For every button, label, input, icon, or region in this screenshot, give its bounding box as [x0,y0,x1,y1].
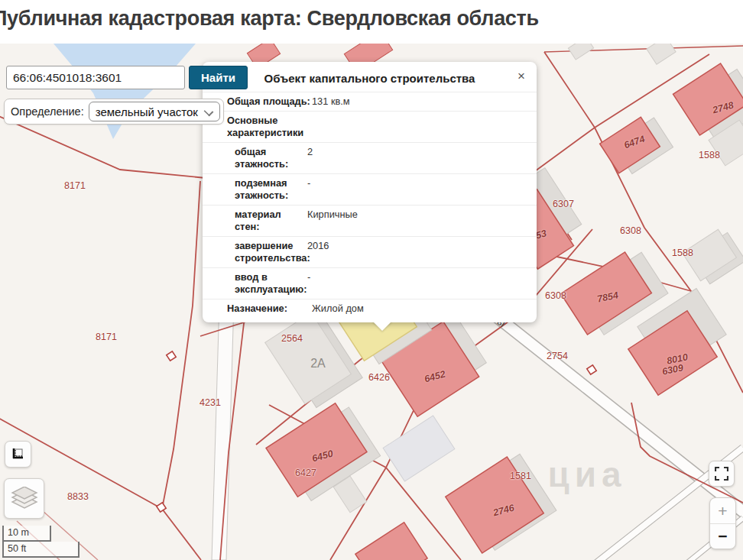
popup-row-label: подземная этажность: [235,177,307,202]
ruler-icon [11,447,25,461]
popup-row-value: Жилой дом [312,303,364,315]
popup-row: Назначение:Жилой дом [203,299,537,318]
filter-label: Определение: [11,105,84,118]
scale-metric: 10 m [2,526,51,542]
zoom-control: + − [709,497,736,549]
popup-title: Объект капитального строительства [203,62,537,92]
layers-button[interactable] [4,478,44,519]
object-info-popup: × Объект капитального строительства Обща… [203,62,537,322]
popup-row-value: 131 кв.м [312,95,350,108]
zoom-in-button[interactable]: + [710,498,735,524]
popup-row-value: 2 [307,146,313,158]
popup-row-label: Основные характеристики [227,115,312,139]
popup-row: общая этажность:2 [203,142,537,173]
measure-button[interactable] [5,441,31,468]
zoom-out-button[interactable]: − [710,524,735,549]
search-button[interactable]: Найти [189,66,248,89]
popup-row-label: завершение строительства: [235,240,307,264]
map-viewport[interactable]: 8171817142318833256464262754630763086308… [0,44,743,560]
popup-row-value: - [307,271,310,283]
page-title: Публичная кадастровая карта: Свердловска… [0,7,743,31]
fullscreen-icon [715,467,728,481]
popup-row: материал стен:Кирпичные [203,205,537,236]
popup-row-label: Общая площадь: [227,95,312,108]
popup-row: завершение строительства:2016 [203,236,537,267]
popup-row-label: материал стен: [235,209,307,233]
search-input[interactable] [6,66,185,89]
popup-row-value: - [307,177,310,189]
popup-row: Общая площадь:131 кв.м [203,92,537,111]
popup-row: ввод в эксплуатацию:- [203,267,537,299]
chevron-down-icon [204,107,214,117]
popup-table: Общая площадь:131 кв.мОсновные характери… [203,92,537,318]
scale-bar: 10 m 50 ft [2,526,79,558]
scale-imperial: 50 ft [2,542,79,558]
object-type-select[interactable]: земельный участок [89,102,220,121]
popup-row-label: общая этажность: [235,146,307,170]
popup-row: подземная этажность:- [203,173,537,205]
cadastral-map-page: Публичная кадастровая карта: Свердловска… [0,0,743,560]
popup-close-button[interactable]: × [514,66,528,86]
selected-option: земельный участок [96,105,198,118]
layers-icon [10,487,39,511]
filter-bar: Определение: земельный участок [4,99,224,125]
popup-row-value: 2016 [307,240,329,252]
popup-row-label: ввод в эксплуатацию: [235,271,307,296]
search-bar: Найти [6,66,248,89]
fullscreen-button[interactable] [709,461,735,487]
app-header: Публичная кадастровая карта: Свердловска… [0,0,743,44]
popup-row-value: Кирпичные [307,209,358,221]
popup-row: Основные характеристики [203,111,537,142]
popup-row-label: Назначение: [227,303,312,315]
